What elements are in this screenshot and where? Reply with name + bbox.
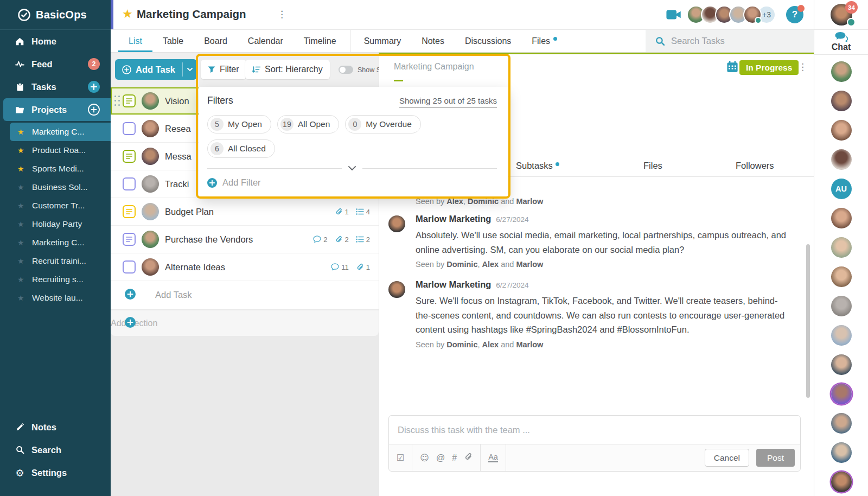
contact-avatar[interactable]: [831, 266, 852, 287]
status-badge[interactable]: In Progress: [739, 60, 799, 75]
project-item[interactable]: ★Recruiting s...: [0, 270, 111, 289]
tab-board[interactable]: Board: [194, 30, 238, 52]
project-item[interactable]: ★Sports Medi...: [0, 160, 111, 178]
sidebar-item-search[interactable]: Search: [0, 438, 111, 461]
project-item[interactable]: ★Marketing C...: [10, 123, 111, 141]
filter-chip-all-closed[interactable]: 6All Closed: [207, 139, 275, 158]
avatar[interactable]: [743, 5, 762, 24]
attachment-count[interactable]: 1: [335, 208, 349, 216]
star-icon[interactable]: ★: [17, 201, 25, 210]
tab-summary[interactable]: Summary: [354, 30, 411, 52]
task-checkbox[interactable]: [123, 233, 136, 246]
add-task-quick-icon[interactable]: [88, 81, 100, 93]
tab-discussions[interactable]: Discussions: [455, 30, 521, 52]
detail-kebab-icon[interactable]: ⋮: [798, 61, 807, 72]
sidebar-item-settings[interactable]: ⚙ Settings: [0, 461, 111, 484]
assignee-avatar[interactable]: [142, 148, 159, 165]
tab-notes[interactable]: Notes: [411, 30, 455, 52]
toggle-pill[interactable]: [339, 66, 353, 74]
star-icon[interactable]: ★: [17, 257, 25, 265]
contact-avatar[interactable]: [831, 237, 852, 258]
project-item[interactable]: ★Business Sol...: [0, 178, 111, 196]
show-subtasks-toggle[interactable]: Show Subtasks: [339, 66, 379, 74]
star-icon[interactable]: ★: [17, 238, 25, 247]
add-filter-button[interactable]: Add Filter: [207, 177, 497, 188]
contact-avatar[interactable]: [831, 442, 852, 463]
help-button[interactable]: ?: [786, 6, 803, 23]
subtask-count[interactable]: 2: [356, 236, 370, 244]
add-project-icon[interactable]: [88, 104, 100, 116]
tab-list[interactable]: List: [118, 30, 152, 52]
sidebar-item-projects[interactable]: Projects: [3, 98, 111, 121]
commenter-avatar[interactable]: [388, 281, 405, 298]
attachment-count[interactable]: 1: [356, 263, 370, 271]
tab-table[interactable]: Table: [152, 30, 194, 52]
comment-count[interactable]: 11: [331, 263, 349, 271]
tab-calendar[interactable]: Calendar: [238, 30, 293, 52]
drag-handle-icon[interactable]: [114, 96, 120, 107]
comment-count[interactable]: 2: [313, 236, 327, 244]
brand-logo[interactable]: BasicOps: [0, 0, 111, 30]
search-tasks-input[interactable]: [671, 36, 796, 46]
search-tasks-box[interactable]: [646, 30, 814, 52]
comment-author[interactable]: Marlow Marketing: [416, 214, 491, 224]
task-checkbox[interactable]: [123, 260, 136, 274]
add-section-row[interactable]: Add Section: [111, 310, 379, 336]
assignee-avatar[interactable]: [142, 175, 159, 193]
add-task-row[interactable]: Add Task: [111, 281, 379, 309]
project-item[interactable]: ★Customer Tr...: [0, 196, 111, 215]
contact-avatar[interactable]: [831, 120, 852, 141]
add-task-dropdown-button[interactable]: [183, 59, 197, 80]
task-checkbox[interactable]: [123, 205, 136, 218]
project-item[interactable]: ★Marketing C...: [0, 233, 111, 252]
title-kebab-icon[interactable]: ⋮: [277, 9, 286, 20]
favorite-star-icon[interactable]: ★: [122, 7, 133, 21]
task-checkbox[interactable]: [123, 94, 136, 107]
star-icon[interactable]: ★: [17, 164, 25, 173]
task-checkbox[interactable]: [123, 177, 136, 190]
contact-avatar[interactable]: [831, 296, 852, 316]
star-icon[interactable]: ★: [17, 275, 25, 284]
comment-author[interactable]: Marlow Marketing: [416, 279, 491, 290]
sidebar-item-notes[interactable]: Notes: [0, 416, 111, 438]
add-task-button[interactable]: Add Task: [115, 59, 197, 80]
project-item[interactable]: ★Recruit traini...: [0, 252, 111, 270]
contact-avatar[interactable]: [831, 61, 852, 82]
project-item[interactable]: ★Product Roa...: [0, 141, 111, 160]
task-row[interactable]: Alternate Ideas 11 1: [111, 253, 379, 281]
tab-followers[interactable]: Followers: [736, 161, 774, 171]
assignee-avatar[interactable]: [142, 92, 159, 110]
project-item[interactable]: ★Holiday Party: [0, 215, 111, 233]
task-row[interactable]: Purchase the Vendors 2 2 2: [111, 226, 379, 253]
filter-button[interactable]: Filter: [201, 60, 246, 79]
star-icon[interactable]: ★: [17, 183, 25, 192]
member-avatar-stack[interactable]: +3: [687, 5, 776, 24]
assignee-avatar[interactable]: [142, 120, 159, 137]
filter-chip-my-open[interactable]: 5My Open: [207, 115, 271, 133]
task-row[interactable]: Budget Plan 1 4: [111, 198, 379, 226]
star-icon[interactable]: ★: [17, 294, 25, 302]
current-user-cell[interactable]: 34: [814, 0, 868, 30]
task-checkbox[interactable]: [123, 122, 136, 135]
chevron-down-icon[interactable]: [348, 166, 356, 170]
mention-icon[interactable]: @: [436, 453, 445, 463]
contact-avatar[interactable]: [831, 91, 852, 111]
chat-button[interactable]: Chat: [814, 30, 868, 55]
format-text-icon[interactable]: Aa: [488, 453, 498, 462]
filter-chip-my-overdue[interactable]: 0My Overdue: [345, 115, 420, 133]
hashtag-icon[interactable]: #: [452, 453, 457, 463]
sidebar-item-tasks[interactable]: Tasks: [0, 75, 111, 98]
star-icon[interactable]: ★: [17, 146, 25, 155]
commenter-avatar[interactable]: [388, 215, 405, 232]
detail-scrollbar-thumb[interactable]: [806, 244, 810, 398]
project-item[interactable]: ★Website lau...: [0, 289, 111, 307]
sidebar-item-feed[interactable]: Feed 2: [0, 53, 111, 75]
tab-timeline[interactable]: Timeline: [293, 30, 347, 52]
contact-avatar-initials[interactable]: AU: [831, 179, 852, 199]
sidebar-item-home[interactable]: Home: [0, 30, 111, 53]
tab-detail-files[interactable]: Files: [643, 161, 662, 171]
emoji-icon[interactable]: ☺: [420, 453, 429, 463]
star-icon[interactable]: ★: [17, 128, 25, 136]
cancel-button[interactable]: Cancel: [705, 449, 749, 467]
contact-avatar[interactable]: [831, 384, 852, 404]
